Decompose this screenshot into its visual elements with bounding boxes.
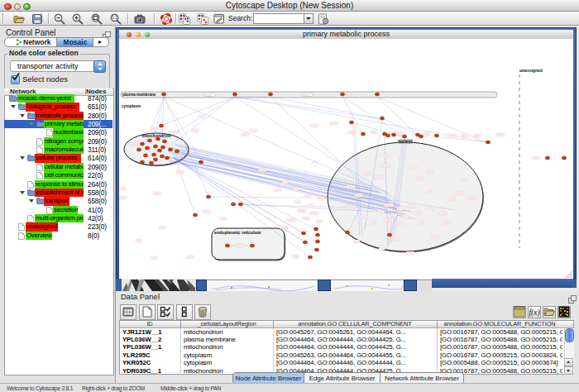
svg-text:endoplasmic reticulum: endoplasmic reticulum: [214, 230, 261, 235]
svg-text:plasma membrane: plasma membrane: [122, 93, 156, 97]
svg-text:f(x): f(x): [529, 308, 539, 318]
svg-text:unassigned: unassigned: [519, 68, 543, 73]
svg-text:cytoplasm: cytoplasm: [122, 104, 141, 108]
svg-text:1:1: 1:1: [112, 16, 117, 20]
svg-text:mitochondrion: mitochondrion: [142, 133, 171, 138]
svg-text:nucleus: nucleus: [398, 140, 413, 144]
